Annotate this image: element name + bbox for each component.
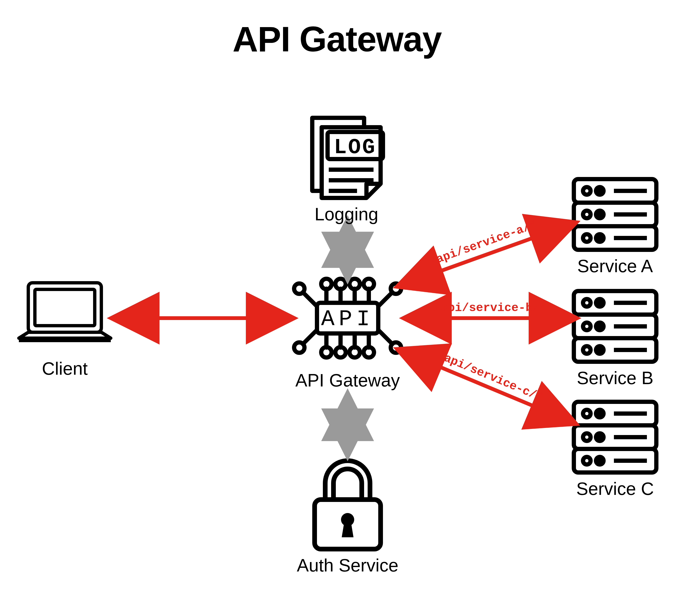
lock-icon [315,461,380,549]
svg-point-12 [349,279,360,289]
arrow-gateway-service-a [408,226,566,283]
server-icon-b [574,291,656,362]
server-icon-c [574,402,656,473]
svg-point-48 [583,299,590,306]
svg-point-51 [583,323,590,330]
svg-point-22 [364,347,374,358]
api-icon-text: API [321,306,374,332]
svg-point-55 [596,346,603,354]
svg-point-40 [596,211,603,218]
auth-label: Auth Service [283,555,413,576]
log-icon: LOG [312,118,383,198]
gateway-label: API Gateway [283,370,413,390]
logging-label: Logging [299,204,394,224]
svg-point-64 [596,434,603,441]
laptop-icon [19,283,111,342]
svg-point-66 [583,457,590,465]
svg-point-43 [596,234,603,242]
svg-point-30 [391,342,401,353]
server-icon-a [574,179,656,250]
svg-point-63 [583,434,590,441]
service-b-label: Service B [574,368,656,388]
svg-point-8 [321,279,332,289]
svg-point-18 [335,347,346,358]
svg-point-37 [596,187,603,195]
svg-point-20 [349,347,360,358]
svg-point-10 [335,279,346,289]
api-icon: API [294,279,401,358]
service-a-label: Service A [574,256,656,276]
svg-line-29 [378,330,392,344]
svg-line-27 [378,292,392,306]
client-label: Client [16,358,113,379]
svg-point-42 [583,234,590,242]
svg-point-67 [596,457,603,465]
svg-line-25 [303,330,317,344]
svg-point-61 [596,410,603,417]
diagram-svg: LOG API [0,0,674,616]
svg-point-28 [391,283,401,294]
svg-point-16 [321,347,332,358]
svg-line-23 [303,292,317,306]
svg-point-52 [596,323,603,330]
arrow-gateway-service-c [408,354,566,419]
svg-point-36 [583,187,590,195]
route-c-label: /api/service-c/* [436,349,545,405]
svg-point-26 [294,342,305,353]
svg-rect-1 [35,289,95,326]
svg-point-60 [583,410,590,417]
route-b-label: /api/service-b/* [434,301,547,315]
svg-point-49 [596,299,603,306]
diagram-canvas: API Gateway LOG [0,0,674,616]
svg-point-54 [583,346,590,354]
service-c-label: Service C [574,478,656,499]
svg-point-14 [364,279,374,289]
svg-point-39 [583,211,590,218]
svg-point-24 [294,283,305,294]
log-icon-text: LOG [334,135,376,159]
